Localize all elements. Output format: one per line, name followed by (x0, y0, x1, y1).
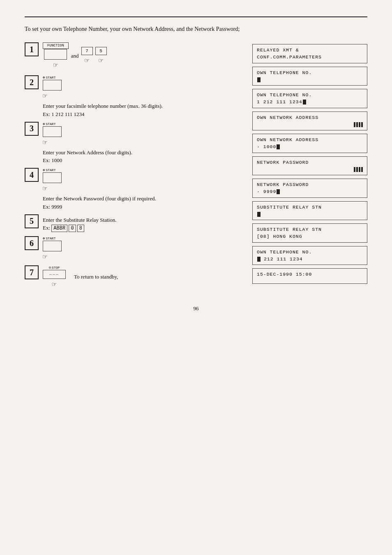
display-10-line1: OWN TELEPHONE NO. (257, 248, 363, 255)
bar-cursor-6 (354, 167, 363, 172)
start-label-3: ⊕ START (43, 122, 55, 126)
display-2: OWN TELEPHONE NO. (252, 67, 367, 86)
cursor-block-3 (303, 100, 306, 104)
key-5: 5 (95, 47, 107, 55)
key-5-wrap: 5 ☞ (95, 47, 107, 65)
display-1-line1: RELAYED XMT & (257, 46, 363, 53)
display-7: NETWORK PASSWORD · 9999 (252, 179, 367, 198)
step-2-desc: Enter your facsimile telephone number (m… (43, 102, 240, 110)
cursor-block-10 (257, 257, 261, 262)
step-5-ex: Ex: ABBR 0 8 (43, 225, 240, 232)
step-6-row: 6 ⊕ START ☞ (25, 236, 240, 261)
page-number: 96 (25, 305, 367, 312)
display-3-line2: 1 212 111 1234 (257, 98, 363, 105)
display-8-line1: SUBSTITUTE RELAY STN (257, 204, 363, 211)
step-2-start: ⊕ START ☞ (43, 75, 240, 100)
step-2-ex: Ex: 1 212 111 1234 (43, 111, 240, 118)
hand-icon-7: ☞ (85, 56, 89, 65)
step-6-start: ⊕ START ☞ (43, 236, 240, 261)
step-4-content: ⊕ START ☞ Enter the Network Password (fo… (43, 168, 240, 210)
step-4-desc: Enter the Network Password (four digits)… (43, 195, 240, 203)
step-7-row: 7 ⊝ STOP ——— ☞ To return to standby, (25, 265, 240, 289)
display-4: OWN NETWORK ADDRESS (252, 111, 367, 131)
function-key-label: FUNCTION (43, 42, 69, 49)
step-3-ex: Ex: 1000 (43, 157, 240, 164)
start-label-6: ⊕ START (43, 236, 55, 241)
abbr-box: ABBR (51, 225, 67, 232)
display-1: RELAYED XMT & CONF.COMM.PARAMETERS (252, 44, 367, 63)
step-5-number: 5 (25, 214, 39, 228)
key-7-wrap: 7 ☞ (81, 47, 93, 65)
hand-icon-2: ☞ (43, 91, 47, 100)
step-5-row: 5 Enter the Substitute Relay Station. Ex… (25, 214, 240, 232)
start-box-6 (43, 241, 62, 251)
abbr-8-box: 8 (77, 225, 84, 232)
step-3-content: ⊕ START ☞ Enter your Network Address (fo… (43, 122, 240, 164)
display-11-line1: 15-DEC-1990 15:00 (257, 271, 363, 278)
hand-icon-1: ☞ (53, 60, 58, 70)
start-label-2: ⊕ START (43, 75, 55, 80)
display-5: OWN NETWORK ADDRESS · 1000 (252, 134, 367, 153)
step-6-content: ⊕ START ☞ (43, 236, 240, 261)
display-6: NETWORK PASSWORD (252, 156, 367, 176)
cursor-block-5 (277, 144, 280, 149)
left-column: 1 FUNCTION ☞ and 7 ☞ (25, 42, 240, 293)
hand-icon-3: ☞ (43, 138, 47, 147)
step-1-number: 1 (25, 42, 39, 56)
hand-icon-5: ☞ (99, 56, 103, 65)
step-7-number: 7 (25, 265, 39, 279)
display-9-line2: [08] HONG KONG (257, 233, 363, 240)
step-4-ex: Ex: 9999 (43, 204, 240, 210)
main-content: 1 FUNCTION ☞ and 7 ☞ (25, 42, 367, 293)
step-2-row: 2 ⊕ START ☞ Enter your facsimile telepho… (25, 75, 240, 118)
and-text: and (71, 53, 79, 59)
step-4-number: 4 (25, 168, 39, 182)
step-1-content: FUNCTION ☞ and 7 ☞ 5 ☞ (43, 42, 240, 71)
cursor-block-2 (257, 77, 261, 82)
display-3: OWN TELEPHONE NO. 1 212 111 1234 (252, 89, 367, 108)
step-5-desc: Enter the Substitute Relay Station. (43, 216, 240, 224)
stop-box: ——— (43, 270, 66, 279)
step-3-start: ⊕ START ☞ (43, 122, 240, 147)
display-8-line2 (257, 211, 363, 218)
page: To set your own Telephone Number, your o… (0, 0, 392, 555)
display-10-line2: 212 111 1234 (257, 255, 363, 262)
step-2-content: ⊕ START ☞ Enter your facsimile telephone… (43, 75, 240, 118)
display-6-line1: NETWORK PASSWORD (257, 159, 363, 166)
display-5-line2: · 1000 (257, 143, 363, 150)
display-3-line1: OWN TELEPHONE NO. (257, 91, 363, 98)
start-box-2 (43, 80, 62, 91)
hand-icon-7: ☞ (52, 280, 57, 289)
step-1-keys: FUNCTION ☞ and 7 ☞ 5 ☞ (43, 42, 240, 70)
display-5-line1: OWN NETWORK ADDRESS (257, 136, 363, 143)
start-box-4 (43, 172, 62, 183)
cursor-block-7 (277, 189, 280, 194)
step-4-row: 4 ⊕ START ☞ Enter the Network Password (… (25, 168, 240, 210)
right-column: RELAYED XMT & CONF.COMM.PARAMETERS OWN T… (252, 42, 367, 293)
step-1-row: 1 FUNCTION ☞ and 7 ☞ (25, 42, 240, 71)
bar-cursor-4 (354, 122, 363, 127)
display-7-line1: NETWORK PASSWORD (257, 181, 363, 188)
hand-icon-6: ☞ (43, 252, 47, 261)
step-2-number: 2 (25, 75, 39, 89)
step-7-content: ⊝ STOP ——— ☞ To return to standby, (43, 265, 240, 289)
display-9: SUBSTITUTE RELAY STN [08] HONG KONG (252, 223, 367, 243)
step-4-start: ⊕ START ☞ (43, 168, 240, 193)
display-9-line1: SUBSTITUTE RELAY STN (257, 226, 363, 233)
step-3-number: 3 (25, 122, 39, 136)
step-6-number: 6 (25, 236, 39, 250)
display-10: OWN TELEPHONE NO. 212 111 1234 (252, 246, 367, 265)
display-4-line1: OWN NETWORK ADDRESS (257, 114, 363, 121)
intro-text: To set your own Telephone Number, your o… (25, 25, 367, 33)
step-7-desc: To return to standby, (74, 273, 118, 281)
display-11: 15-DEC-1990 15:00 (252, 268, 367, 284)
abbr-0-box: 0 (69, 225, 76, 232)
cursor-block-8 (257, 212, 261, 217)
display-6-line2 (257, 166, 363, 173)
stop-label: ⊝ STOP (49, 265, 60, 270)
key-7: 7 (81, 47, 93, 55)
start-box-3 (43, 126, 62, 137)
step-3-row: 3 ⊕ START ☞ Enter your Network Address (… (25, 122, 240, 164)
stop-key-group: ⊝ STOP ——— ☞ (43, 265, 66, 289)
function-key-wrap: FUNCTION ☞ (43, 42, 69, 70)
